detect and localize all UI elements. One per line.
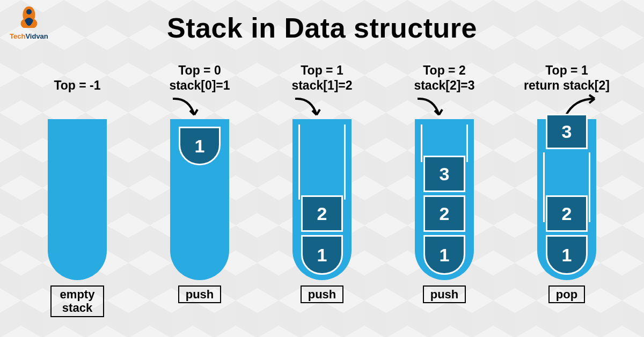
page-title: Stack in Data structure	[0, 0, 644, 44]
arrow-1	[146, 93, 253, 119]
stack-item: 2	[301, 195, 343, 232]
caption-0: Top = -1	[54, 60, 100, 93]
caption-1: Top = 0 stack[0]=1	[169, 60, 230, 93]
stack-item: 1	[546, 235, 588, 275]
tube-4: 3 2 1	[537, 119, 596, 280]
caption-2: Top = 1 stack[1]=2	[291, 60, 352, 93]
tube-0	[48, 119, 107, 280]
stack-col-1: Top = 0 stack[0]=1 1 push	[146, 60, 253, 337]
stack-item: 2	[423, 195, 465, 232]
brand-logo: TechVidvan	[10, 4, 48, 40]
stack-col-3: Top = 2 stack[2]=3 3 2 1 push	[391, 60, 498, 337]
stack-col-0: Top = -1 empty stack	[24, 60, 131, 337]
tube-3: 3 2 1	[415, 119, 474, 280]
tube-2: 2 1	[292, 119, 352, 280]
op-label-3: push	[423, 285, 466, 303]
stack-item: 1	[423, 235, 465, 275]
stack-item-popping: 3	[546, 114, 588, 149]
arrow-in-icon	[290, 94, 333, 121]
stack-item: 1	[301, 235, 343, 275]
op-label-4: pop	[548, 285, 585, 303]
arrow-0	[24, 93, 131, 119]
op-label-1: push	[178, 285, 222, 303]
op-label-2: push	[301, 285, 344, 303]
op-label-0: empty stack	[50, 285, 105, 317]
arrow-2	[268, 93, 376, 119]
logo-text: TechVidvan	[10, 32, 48, 40]
arrow-in-icon	[167, 94, 210, 121]
stack-col-4: Top = 1 return stack[2] 3 2 1 pop	[513, 60, 620, 337]
caption-3: Top = 2 stack[2]=3	[414, 60, 474, 93]
svg-point-0	[26, 9, 32, 14]
caption-4: Top = 1 return stack[2]	[524, 60, 610, 93]
arrow-3	[391, 93, 498, 119]
logo-icon	[13, 4, 45, 31]
arrow-in-icon	[412, 94, 455, 121]
tube-1: 1	[170, 119, 229, 280]
stack-col-2: Top = 1 stack[1]=2 2 1 push	[268, 60, 376, 337]
diagram-stage: Top = -1 empty stack Top = 0 stack[0]=1 …	[0, 60, 644, 337]
stack-item: 1	[179, 127, 221, 165]
